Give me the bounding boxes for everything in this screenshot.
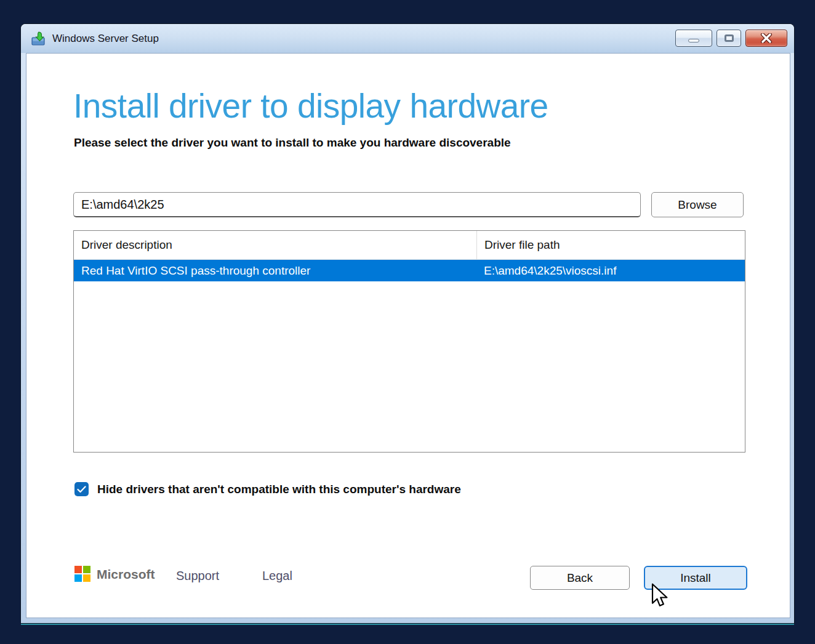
microsoft-logo-icon bbox=[74, 566, 91, 582]
column-header-driver-file-path[interactable]: Driver file path bbox=[476, 231, 745, 259]
hide-incompatible-row: Hide drivers that aren't compatible with… bbox=[74, 482, 461, 496]
hide-incompatible-checkbox[interactable] bbox=[74, 482, 89, 496]
window-controls bbox=[675, 30, 787, 47]
client-area: Install driver to display hardware Pleas… bbox=[26, 53, 790, 618]
minimize-button[interactable] bbox=[675, 30, 712, 47]
hide-incompatible-label: Hide drivers that aren't compatible with… bbox=[97, 483, 461, 496]
column-header-driver-description[interactable]: Driver description bbox=[74, 231, 476, 259]
close-icon bbox=[760, 33, 773, 43]
legal-link[interactable]: Legal bbox=[262, 569, 292, 583]
maximize-icon bbox=[725, 34, 734, 42]
logo-square-green bbox=[83, 566, 90, 573]
driver-description-cell: Red Hat VirtIO SCSI pass-through control… bbox=[74, 260, 476, 281]
logo-square-blue bbox=[74, 574, 82, 582]
browse-button[interactable]: Browse bbox=[651, 192, 744, 217]
setup-window: Windows Server Setup Install driver to d… bbox=[20, 23, 795, 624]
window-title: Windows Server Setup bbox=[52, 33, 159, 45]
install-arrow-icon bbox=[30, 31, 46, 47]
maximize-button[interactable] bbox=[717, 30, 741, 47]
back-button[interactable]: Back bbox=[530, 566, 630, 590]
driver-row-selected[interactable]: Red Hat VirtIO SCSI pass-through control… bbox=[74, 260, 745, 281]
minimize-icon bbox=[688, 39, 699, 42]
page-subtitle: Please select the driver you want to ins… bbox=[74, 136, 511, 150]
support-link[interactable]: Support bbox=[176, 569, 219, 583]
driver-file-path-cell: E:\amd64\2k25\vioscsi.inf bbox=[476, 260, 745, 281]
driver-list-header: Driver description Driver file path bbox=[74, 231, 745, 260]
driver-path-input[interactable] bbox=[73, 192, 641, 217]
driver-list: Driver description Driver file path Red … bbox=[73, 230, 745, 453]
close-button[interactable] bbox=[745, 30, 787, 47]
page-title: Install driver to display hardware bbox=[73, 87, 548, 126]
install-button[interactable]: Install bbox=[644, 566, 747, 590]
logo-square-yellow bbox=[83, 574, 90, 582]
microsoft-wordmark: Microsoft bbox=[97, 567, 155, 582]
desktop: { "window": { "title": "Windows Server S… bbox=[0, 0, 815, 644]
checkmark-icon bbox=[77, 486, 86, 493]
logo-square-red bbox=[74, 566, 82, 573]
